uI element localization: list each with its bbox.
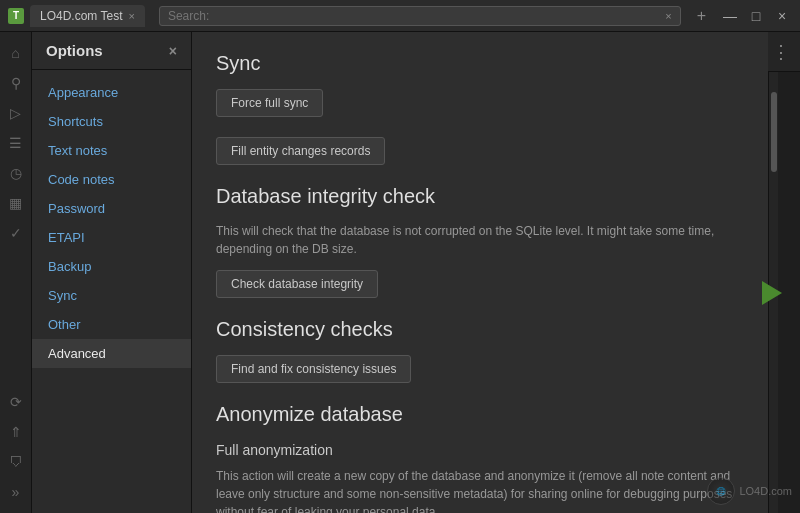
scroll-thumb xyxy=(771,92,777,172)
options-nav: Appearance Shortcuts Text notes Code not… xyxy=(32,70,191,513)
sidebar-item-advanced[interactable]: Advanced xyxy=(32,339,191,368)
home-icon[interactable]: ⌂ xyxy=(3,40,29,66)
list-icon[interactable]: ☰ xyxy=(3,130,29,156)
right-panel: ⋮ 🌐 LO4D.com xyxy=(768,32,800,513)
minimize-btn[interactable]: — xyxy=(720,8,740,24)
options-panel: Options × Appearance Shortcuts Text note… xyxy=(32,32,192,513)
sidebar-item-shortcuts[interactable]: Shortcuts xyxy=(32,107,191,136)
full-anon-desc: This action will create a new copy of th… xyxy=(216,467,744,513)
sidebar-item-sync[interactable]: Sync xyxy=(32,281,191,310)
maximize-btn[interactable]: □ xyxy=(746,8,766,24)
close-btn[interactable]: × xyxy=(772,8,792,24)
search-input[interactable] xyxy=(168,9,665,23)
options-close-btn[interactable]: × xyxy=(169,43,177,59)
play-btn[interactable] xyxy=(762,281,782,305)
sidebar-item-text-notes[interactable]: Text notes xyxy=(32,136,191,165)
consistency-title: Consistency checks xyxy=(216,318,744,341)
shield-icon[interactable]: ⛉ xyxy=(3,449,29,475)
checkmark-icon[interactable]: ✓ xyxy=(3,220,29,246)
icon-sidebar-bottom: ⟳ ⇑ ⛉ » xyxy=(3,389,29,513)
fill-entity-btn[interactable]: Fill entity changes records xyxy=(216,137,385,165)
db-integrity-title: Database integrity check xyxy=(216,185,744,208)
browser-tab[interactable]: LO4D.com Test × xyxy=(30,5,145,27)
window-controls: — □ × xyxy=(720,8,792,24)
new-tab-btn[interactable]: + xyxy=(691,7,712,25)
sidebar-item-backup[interactable]: Backup xyxy=(32,252,191,281)
search-clear-btn[interactable]: × xyxy=(665,10,671,22)
icon-sidebar: ⌂ ⚲ ▷ ☰ ◷ ▦ ✓ ⟳ ⇑ ⛉ » xyxy=(0,32,32,513)
tab-label: LO4D.com Test xyxy=(40,9,122,23)
watermark-text: LO4D.com xyxy=(739,485,792,497)
right-panel-content: 🌐 LO4D.com xyxy=(768,72,800,513)
force-full-sync-btn[interactable]: Force full sync xyxy=(216,89,323,117)
expand-icon[interactable]: » xyxy=(3,479,29,505)
sync-section-title: Sync xyxy=(216,52,744,75)
find-fix-btn[interactable]: Find and fix consistency issues xyxy=(216,355,411,383)
clock-icon[interactable]: ◷ xyxy=(3,160,29,186)
sync2-icon[interactable]: ⟳ xyxy=(3,389,29,415)
sidebar-item-etapi[interactable]: ETAPI xyxy=(32,223,191,252)
watermark-logo: 🌐 xyxy=(707,477,735,505)
nav-icon[interactable]: ▷ xyxy=(3,100,29,126)
search-icon[interactable]: ⚲ xyxy=(3,70,29,96)
main-layout: ⌂ ⚲ ▷ ☰ ◷ ▦ ✓ ⟳ ⇑ ⛉ » Options × Appearan… xyxy=(0,32,800,513)
watermark: 🌐 LO4D.com xyxy=(707,477,792,505)
tab-close-btn[interactable]: × xyxy=(128,10,134,22)
sidebar-item-code-notes[interactable]: Code notes xyxy=(32,165,191,194)
full-anon-subtitle: Full anonymization xyxy=(216,440,744,461)
search-bar[interactable]: × xyxy=(159,6,681,26)
options-title: Options × xyxy=(32,32,191,70)
sidebar-item-password[interactable]: Password xyxy=(32,194,191,223)
right-panel-top: ⋮ xyxy=(768,32,800,72)
calendar-icon[interactable]: ▦ xyxy=(3,190,29,216)
sidebar-item-appearance[interactable]: Appearance xyxy=(32,78,191,107)
check-integrity-btn[interactable]: Check database integrity xyxy=(216,270,378,298)
app-icon: T xyxy=(8,8,24,24)
content-area: Sync Force full sync Fill entity changes… xyxy=(192,32,768,513)
title-bar: T LO4D.com Test × × + — □ × xyxy=(0,0,800,32)
anonymize-title: Anonymize database xyxy=(216,403,744,426)
db-integrity-desc: This will check that the database is not… xyxy=(216,222,744,258)
sidebar-item-other[interactable]: Other xyxy=(32,310,191,339)
dots-menu-btn[interactable]: ⋮ xyxy=(768,37,794,67)
arrow-up-icon[interactable]: ⇑ xyxy=(3,419,29,445)
